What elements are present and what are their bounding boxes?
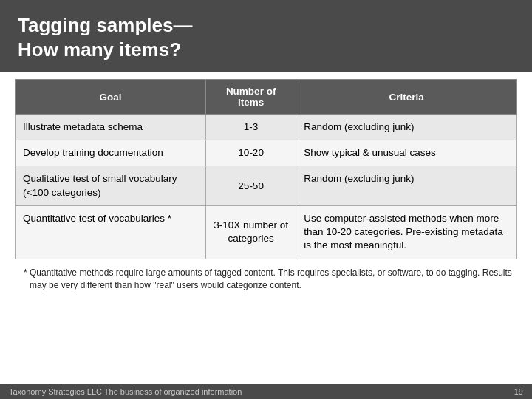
slide-header: Tagging samples— How many items? — [0, 0, 532, 72]
cell-goal-1: Develop training documentation — [16, 140, 206, 166]
cell-number-3: 3-10X number of categories — [206, 205, 296, 259]
cell-criteria-2: Random (excluding junk) — [296, 166, 517, 205]
table-row: Develop training documentation10-20Show … — [16, 140, 517, 166]
cell-goal-2: Qualitative test of small vocabulary (<1… — [16, 166, 206, 205]
cell-number-1: 10-20 — [206, 140, 296, 166]
table-row: Quantitative test of vocabularies *3-10X… — [16, 205, 517, 259]
cell-criteria-3: Use computer-assisted methods when more … — [296, 205, 517, 259]
cell-criteria-1: Show typical & unusual cases — [296, 140, 517, 166]
content-area: Goal Number of Items Criteria Illustrate… — [0, 72, 532, 384]
cell-number-2: 25-50 — [206, 166, 296, 205]
slide: Tagging samples— How many items? Goal Nu… — [0, 0, 532, 399]
cell-criteria-0: Random (excluding junk) — [296, 115, 517, 140]
cell-goal-3: Quantitative test of vocabularies * — [16, 205, 206, 259]
footer-company: Taxonomy Strategies LLC The business of … — [9, 387, 242, 396]
slide-title: Tagging samples— How many items? — [18, 13, 514, 61]
col-header-number: Number of Items — [206, 80, 296, 115]
col-header-criteria: Criteria — [296, 80, 517, 115]
footer-page: 19 — [514, 387, 523, 396]
cell-number-0: 1-3 — [206, 115, 296, 140]
title-line1: Tagging samples— — [18, 14, 192, 36]
table-row: Qualitative test of small vocabulary (<1… — [16, 166, 517, 205]
cell-goal-0: Illustrate metadata schema — [16, 115, 206, 140]
col-header-goal: Goal — [16, 80, 206, 115]
table-row: Illustrate metadata schema1-3Random (exc… — [16, 115, 517, 140]
table-header-row: Goal Number of Items Criteria — [16, 80, 517, 115]
footnote-area: * Quantitative methods require large amo… — [15, 267, 517, 293]
title-line2: How many items? — [18, 38, 181, 61]
footnote-text: * Quantitative methods require large amo… — [18, 267, 514, 293]
footer-bar: Taxonomy Strategies LLC The business of … — [0, 384, 532, 399]
items-table: Goal Number of Items Criteria Illustrate… — [15, 79, 517, 259]
